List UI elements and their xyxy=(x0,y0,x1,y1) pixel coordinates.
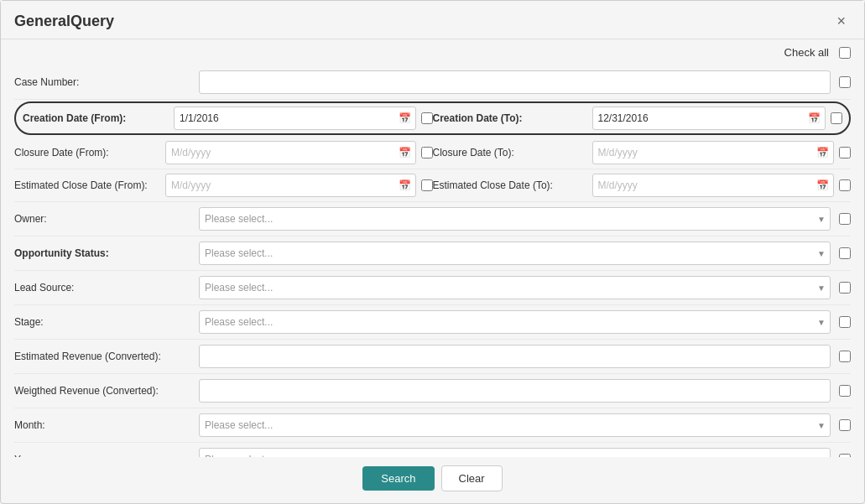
closure-date-to-wrap: 📅 xyxy=(592,141,835,164)
check-all-row: Check all xyxy=(1,39,864,62)
estimated-close-row: Estimated Close Date (From): 📅 Estimated… xyxy=(14,169,851,202)
creation-date-to-col: Creation Date (To): 📅 xyxy=(433,107,843,130)
month-row: Month: Please select... ▼ xyxy=(14,408,851,443)
weighted-revenue-row: Weigthed Revenue (Converted): xyxy=(14,374,851,408)
estimated-revenue-row: Estimated Revenue (Converted): xyxy=(14,340,851,374)
case-number-row: Case Number: xyxy=(14,65,851,100)
case-number-checkbox[interactable] xyxy=(839,76,851,88)
estimated-close-to-col: Estimated Close Date (To): 📅 xyxy=(433,174,852,197)
closure-date-row: Closure Date (From): 📅 Closure Date (To)… xyxy=(14,137,851,169)
closure-date-from-col: Closure Date (From): 📅 xyxy=(14,141,433,164)
estimated-close-from-input[interactable] xyxy=(165,174,416,197)
closure-date-from-label: Closure Date (From): xyxy=(14,147,165,158)
estimated-close-from-col: Estimated Close Date (From): 📅 xyxy=(14,174,433,197)
lead-source-select[interactable]: Please select... xyxy=(199,276,831,299)
check-all-label: Check all xyxy=(784,46,829,59)
weighted-revenue-input-wrap xyxy=(199,379,851,403)
year-select[interactable]: Please select... xyxy=(199,448,831,457)
estimated-close-to-wrap: 📅 xyxy=(592,174,835,197)
estimated-revenue-label: Estimated Revenue (Converted): xyxy=(14,351,199,362)
month-label: Month: xyxy=(14,419,199,431)
creation-date-to-wrap: 📅 xyxy=(592,107,826,130)
dialog-header: GeneralQuery × xyxy=(1,1,864,39)
weighted-revenue-input[interactable] xyxy=(199,379,831,403)
opportunity-status-label: Opportunity Status: xyxy=(14,247,199,259)
estimated-revenue-input-wrap xyxy=(199,345,851,368)
closure-date-to-col: Closure Date (To): 📅 xyxy=(433,141,852,164)
creation-date-from-checkbox[interactable] xyxy=(421,112,433,124)
stage-checkbox[interactable] xyxy=(839,316,851,328)
case-number-input-wrap xyxy=(199,70,851,94)
estimated-revenue-checkbox[interactable] xyxy=(839,351,851,362)
stage-label: Stage: xyxy=(14,316,199,328)
creation-date-to-label: Creation Date (To): xyxy=(433,112,592,124)
lead-source-checkbox[interactable] xyxy=(839,282,851,294)
closure-date-from-wrap: 📅 xyxy=(165,141,416,164)
owner-checkbox[interactable] xyxy=(839,213,851,225)
opportunity-status-checkbox[interactable] xyxy=(839,247,851,259)
opportunity-status-row: Opportunity Status: Please select... ▼ xyxy=(14,236,851,271)
stage-input-wrap: Please select... ▼ xyxy=(199,310,851,334)
dialog-footer: Search Clear xyxy=(1,457,864,503)
case-number-input[interactable] xyxy=(199,70,831,94)
closure-date-to-label: Closure Date (To): xyxy=(433,147,592,158)
check-all-checkbox[interactable] xyxy=(839,47,851,59)
weighted-revenue-label: Weigthed Revenue (Converted): xyxy=(14,385,199,397)
creation-date-from-input[interactable] xyxy=(174,107,416,130)
opportunity-status-select[interactable]: Please select... xyxy=(199,242,831,265)
creation-date-row: Creation Date (From): 📅 Creation Date (T… xyxy=(14,101,851,135)
close-button[interactable]: × xyxy=(831,11,851,32)
estimated-close-from-label: Estimated Close Date (From): xyxy=(14,179,165,191)
year-select-wrap: Please select... ▼ xyxy=(199,448,831,457)
year-input-wrap: Please select... ▼ xyxy=(199,448,851,457)
closure-date-to-input[interactable] xyxy=(592,141,835,164)
estimated-close-from-wrap: 📅 xyxy=(165,174,416,197)
opportunity-status-input-wrap: Please select... ▼ xyxy=(199,242,851,265)
dialog-title: GeneralQuery xyxy=(14,13,114,30)
month-checkbox[interactable] xyxy=(839,419,851,431)
lead-source-label: Lead Source: xyxy=(14,282,199,294)
owner-row: Owner: Please select... ▼ xyxy=(14,202,851,236)
estimated-close-to-input[interactable] xyxy=(592,174,835,197)
estimated-close-to-checkbox[interactable] xyxy=(839,179,851,191)
month-select[interactable]: Please select... xyxy=(199,413,831,437)
creation-date-from-wrap: 📅 xyxy=(174,107,416,130)
estimated-close-to-label: Estimated Close Date (To): xyxy=(433,179,592,191)
lead-source-select-wrap: Please select... ▼ xyxy=(199,276,831,299)
creation-date-from-col: Creation Date (From): 📅 xyxy=(23,107,433,130)
search-button[interactable]: Search xyxy=(362,466,434,491)
estimated-close-from-checkbox[interactable] xyxy=(421,179,433,191)
weighted-revenue-checkbox[interactable] xyxy=(839,385,851,397)
closure-date-from-input[interactable] xyxy=(165,141,416,164)
month-select-wrap: Please select... ▼ xyxy=(199,413,831,437)
stage-select-wrap: Please select... ▼ xyxy=(199,310,831,334)
stage-row: Stage: Please select... ▼ xyxy=(14,305,851,340)
closure-date-to-checkbox[interactable] xyxy=(839,147,851,158)
closure-date-from-checkbox[interactable] xyxy=(421,147,433,158)
owner-label: Owner: xyxy=(14,213,199,225)
creation-date-from-label: Creation Date (From): xyxy=(23,112,174,124)
opportunity-status-select-wrap: Please select... ▼ xyxy=(199,242,831,265)
creation-date-to-input[interactable] xyxy=(592,107,826,130)
lead-source-input-wrap: Please select... ▼ xyxy=(199,276,851,299)
owner-select-wrap: Please select... ▼ xyxy=(199,207,831,231)
case-number-label: Case Number: xyxy=(14,76,199,88)
year-row: Year: Please select... ▼ xyxy=(14,443,851,457)
owner-select[interactable]: Please select... xyxy=(199,207,831,231)
clear-button[interactable]: Clear xyxy=(441,465,503,491)
dialog-body: Case Number: Creation Date (From): 📅 Cre… xyxy=(1,62,864,457)
general-query-dialog: GeneralQuery × Check all Case Number: Cr… xyxy=(0,0,865,504)
owner-input-wrap: Please select... ▼ xyxy=(199,207,851,231)
stage-select[interactable]: Please select... xyxy=(199,310,831,334)
estimated-revenue-input[interactable] xyxy=(199,345,831,368)
creation-date-to-checkbox[interactable] xyxy=(831,112,842,124)
lead-source-row: Lead Source: Please select... ▼ xyxy=(14,271,851,305)
month-input-wrap: Please select... ▼ xyxy=(199,413,851,437)
